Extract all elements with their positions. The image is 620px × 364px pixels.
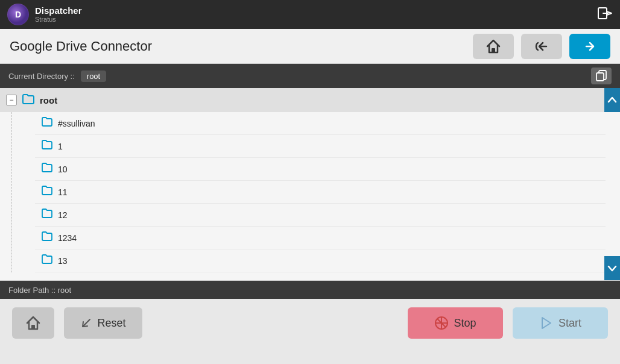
start-button[interactable]: Start: [513, 307, 608, 339]
nav-bar: Google Drive Connector: [0, 29, 620, 64]
tree-children: #ssullivan 1 10: [29, 112, 606, 272]
app-name: Dispatcher: [35, 6, 82, 16]
root-folder-icon: [22, 92, 35, 108]
folder-path-label: Folder Path :: root: [8, 286, 71, 295]
stop-label: Stop: [454, 317, 476, 330]
tree-root-row[interactable]: − root: [0, 88, 606, 112]
file-tree-container: − root #ssullivan: [0, 88, 620, 281]
start-label: Start: [558, 317, 581, 330]
item-label: 13: [58, 256, 68, 266]
reset-button[interactable]: Reset: [64, 307, 142, 339]
current-dir-value: root: [81, 71, 106, 82]
scroll-down-button[interactable]: [604, 256, 620, 280]
list-item[interactable]: 1: [35, 135, 606, 158]
item-label: 12: [58, 210, 68, 220]
item-label: #ssullivan: [58, 119, 95, 128]
action-bar: Reset Stop Start: [0, 299, 620, 347]
list-item[interactable]: 13: [35, 249, 606, 272]
stop-icon: [434, 316, 449, 330]
file-tree: − root #ssullivan: [0, 88, 620, 280]
dispatcher-text: Dispatcher Stratus: [35, 6, 82, 24]
list-item[interactable]: 11: [35, 181, 606, 204]
home-action-button[interactable]: [12, 307, 54, 339]
folder-icon: [41, 162, 53, 177]
svg-text:D: D: [15, 10, 21, 19]
directory-bar: Current Directory :: root: [0, 64, 620, 88]
page-title: Google Drive Connector: [10, 39, 466, 54]
folder-icon: [41, 116, 53, 131]
svg-marker-8: [542, 318, 551, 328]
title-bar: D Dispatcher Stratus: [0, 0, 620, 29]
dispatcher-logo: D: [7, 4, 29, 25]
list-item[interactable]: 1234: [35, 227, 606, 249]
svg-rect-4: [492, 48, 495, 52]
home-nav-button[interactable]: [473, 34, 514, 59]
forward-nav-button[interactable]: [569, 34, 610, 59]
exit-icon[interactable]: [597, 5, 613, 24]
copy-path-button[interactable]: [591, 67, 612, 84]
item-label: 1234: [58, 233, 77, 243]
svg-rect-5: [596, 73, 604, 81]
item-label: 11: [58, 187, 68, 197]
folder-icon: [41, 207, 53, 222]
list-item[interactable]: 10: [35, 158, 606, 181]
folder-icon: [41, 230, 53, 245]
stop-button[interactable]: Stop: [408, 307, 503, 339]
folder-icon: [41, 184, 53, 199]
reset-icon: [80, 317, 92, 329]
item-label: 1: [58, 142, 63, 151]
scroll-up-button[interactable]: [604, 88, 620, 112]
item-label: 10: [58, 165, 68, 174]
svg-rect-6: [31, 325, 35, 329]
current-dir-label: Current Directory ::: [8, 72, 75, 81]
title-bar-left: D Dispatcher Stratus: [7, 4, 82, 25]
folder-icon: [41, 139, 53, 154]
back-nav-button[interactable]: [521, 34, 562, 59]
collapse-button[interactable]: −: [6, 95, 17, 105]
root-label: root: [40, 95, 57, 105]
app-subtitle: Stratus: [35, 16, 82, 23]
folder-icon: [41, 253, 53, 268]
list-item[interactable]: #ssullivan: [35, 112, 606, 135]
list-item[interactable]: 12: [35, 204, 606, 227]
reset-label: Reset: [97, 317, 125, 330]
start-icon: [539, 316, 554, 330]
folder-path-bar: Folder Path :: root: [0, 281, 620, 299]
